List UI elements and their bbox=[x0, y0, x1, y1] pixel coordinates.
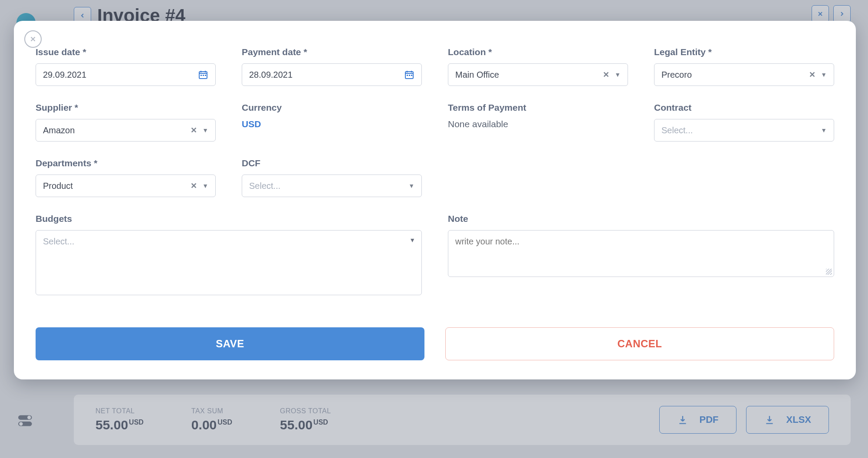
calendar-icon bbox=[404, 69, 414, 80]
save-button[interactable]: SAVE bbox=[36, 327, 424, 360]
currency-link[interactable]: USD bbox=[242, 119, 422, 129]
resize-handle-icon[interactable] bbox=[826, 269, 832, 275]
location-label: Location * bbox=[448, 47, 628, 57]
contract-placeholder: Select... bbox=[661, 125, 693, 135]
clear-icon[interactable]: ✕ bbox=[191, 181, 197, 191]
issue-date-value[interactable] bbox=[43, 70, 198, 80]
legal-entity-select[interactable]: ✕ ▼ bbox=[654, 63, 834, 86]
chevron-down-icon: ▼ bbox=[202, 127, 208, 134]
svg-rect-6 bbox=[203, 75, 204, 76]
cancel-button[interactable]: CANCEL bbox=[445, 327, 834, 360]
departments-label: Departments * bbox=[36, 158, 216, 168]
legal-entity-value[interactable] bbox=[661, 70, 809, 80]
chevron-down-icon: ▼ bbox=[409, 237, 415, 244]
budgets-label: Budgets bbox=[36, 214, 422, 224]
chevron-down-icon: ▼ bbox=[408, 182, 414, 189]
cancel-button-label: CANCEL bbox=[618, 338, 662, 350]
supplier-value[interactable] bbox=[43, 125, 191, 135]
save-button-label: SAVE bbox=[216, 338, 244, 350]
payment-date-input[interactable] bbox=[242, 63, 422, 86]
clear-icon[interactable]: ✕ bbox=[603, 70, 609, 79]
terms-of-payment-value: None available bbox=[448, 119, 628, 129]
payment-date-value[interactable] bbox=[249, 70, 404, 80]
departments-value[interactable] bbox=[43, 181, 191, 191]
issue-date-input[interactable] bbox=[36, 63, 216, 86]
issue-date-label: Issue date * bbox=[36, 47, 216, 57]
departments-select[interactable]: ✕ ▼ bbox=[36, 175, 216, 197]
clear-icon[interactable]: ✕ bbox=[191, 125, 197, 135]
svg-rect-5 bbox=[201, 75, 202, 76]
chevron-down-icon: ▼ bbox=[821, 71, 827, 78]
chevron-down-icon: ▼ bbox=[821, 127, 827, 134]
svg-rect-11 bbox=[411, 75, 412, 76]
svg-rect-10 bbox=[409, 75, 410, 76]
supplier-select[interactable]: ✕ ▼ bbox=[36, 119, 216, 142]
clear-icon[interactable]: ✕ bbox=[809, 70, 815, 79]
edit-invoice-modal: Issue date * Payment date * Location * bbox=[14, 21, 856, 379]
note-textarea-wrap bbox=[448, 230, 834, 277]
chevron-down-icon: ▼ bbox=[202, 182, 208, 189]
calendar-icon bbox=[198, 69, 208, 80]
budgets-select[interactable]: Select... ▼ bbox=[36, 230, 422, 295]
legal-entity-label: Legal Entity * bbox=[654, 47, 834, 57]
close-modal-button[interactable] bbox=[24, 30, 42, 48]
currency-label: Currency bbox=[242, 102, 422, 113]
dcf-placeholder: Select... bbox=[249, 181, 280, 191]
contract-label: Contract bbox=[654, 102, 834, 113]
svg-rect-7 bbox=[205, 75, 206, 76]
note-textarea[interactable] bbox=[455, 237, 815, 267]
terms-of-payment-label: Terms of Payment bbox=[448, 102, 628, 113]
chevron-down-icon: ▼ bbox=[615, 71, 621, 78]
note-label: Note bbox=[448, 214, 834, 224]
contract-select[interactable]: Select... ▼ bbox=[654, 119, 834, 142]
budgets-placeholder: Select... bbox=[43, 237, 74, 246]
payment-date-label: Payment date * bbox=[242, 47, 422, 57]
dcf-select[interactable]: Select... ▼ bbox=[242, 175, 422, 197]
location-select[interactable]: ✕ ▼ bbox=[448, 63, 628, 86]
location-value[interactable] bbox=[455, 70, 603, 80]
supplier-label: Supplier * bbox=[36, 102, 216, 113]
dcf-label: DCF bbox=[242, 158, 422, 168]
svg-rect-9 bbox=[407, 75, 408, 76]
